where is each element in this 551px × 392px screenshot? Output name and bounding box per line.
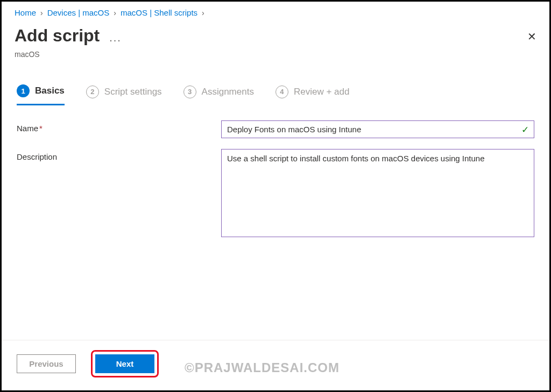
tab-num: 3 (183, 85, 196, 98)
name-label: Name* (17, 120, 221, 138)
wizard-tabs: 1 Basics 2 Script settings 3 Assignments… (2, 69, 549, 105)
required-asterisk: * (39, 124, 43, 133)
page-subtitle: macOS (2, 50, 549, 69)
tab-label: Basics (35, 85, 65, 96)
chevron-right-icon: › (114, 9, 116, 17)
more-icon[interactable]: ··· (109, 27, 122, 45)
tab-basics[interactable]: 1 Basics (17, 84, 65, 105)
breadcrumb: Home › Devices | macOS › macOS | Shell s… (2, 2, 549, 24)
next-highlight: Next (91, 350, 159, 377)
previous-button[interactable]: Previous (17, 354, 76, 373)
close-icon[interactable]: ✕ (527, 26, 536, 43)
form-basics: Name* ✓ Description Use a shell script t… (2, 105, 549, 239)
chevron-right-icon: › (40, 9, 43, 17)
tab-label: Assignments (202, 87, 254, 97)
tab-review-add[interactable]: 4 Review + add (276, 85, 349, 105)
page-title: Add script (15, 26, 100, 46)
tab-num: 2 (86, 85, 99, 98)
tab-script-settings[interactable]: 2 Script settings (86, 85, 162, 105)
next-button[interactable]: Next (95, 354, 154, 373)
tab-label: Script settings (104, 87, 162, 97)
tab-assignments[interactable]: 3 Assignments (183, 85, 254, 105)
page-header: Add script ··· ✕ (2, 24, 549, 50)
name-input[interactable] (221, 120, 534, 138)
breadcrumb-devices-macos[interactable]: Devices | macOS (47, 8, 110, 17)
description-label: Description (17, 149, 221, 239)
checkmark-icon: ✓ (521, 124, 529, 136)
description-textarea[interactable]: Use a shell script to install custom fon… (221, 149, 534, 237)
wizard-footer: Previous Next (2, 340, 549, 390)
chevron-right-icon: › (202, 9, 204, 17)
tab-num: 1 (17, 84, 30, 97)
breadcrumb-shell-scripts[interactable]: macOS | Shell scripts (121, 8, 197, 17)
tab-num: 4 (276, 85, 288, 98)
tab-label: Review + add (294, 87, 349, 97)
breadcrumb-home[interactable]: Home (15, 8, 36, 17)
